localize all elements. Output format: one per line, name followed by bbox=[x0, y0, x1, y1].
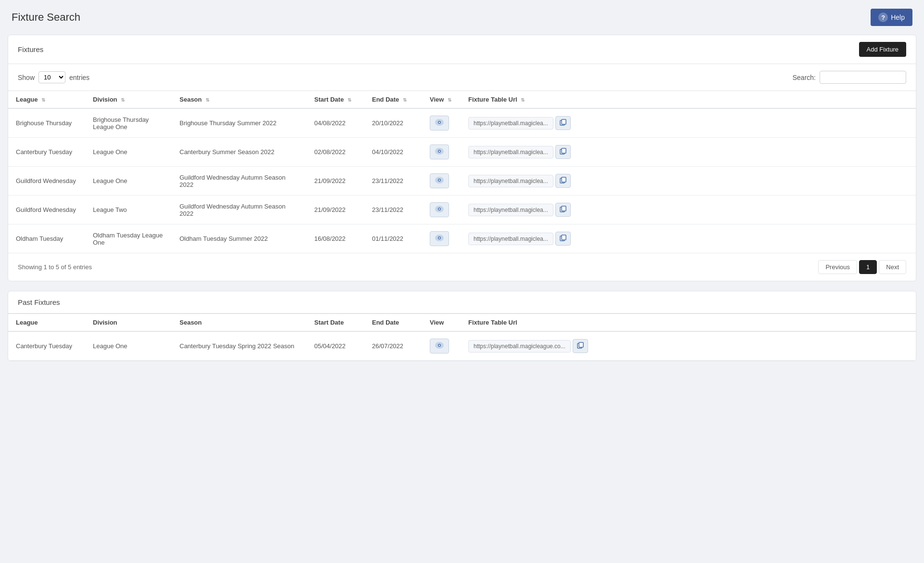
copy-button-4[interactable] bbox=[555, 232, 571, 246]
th-season[interactable]: Season ⇅ bbox=[172, 91, 307, 109]
sort-icon-end: ⇅ bbox=[403, 97, 407, 103]
cell-season-3: Guildford Wednesday Autumn Season 2022 bbox=[172, 196, 307, 224]
past-cell-end-0: 26/07/2022 bbox=[364, 331, 422, 361]
copy-button-0[interactable] bbox=[555, 116, 571, 130]
add-fixture-button[interactable]: Add Fixture bbox=[859, 42, 906, 57]
sort-icon-season: ⇅ bbox=[205, 97, 209, 103]
cell-view-1 bbox=[422, 138, 461, 167]
svg-rect-14 bbox=[562, 177, 566, 182]
sort-icon-view: ⇅ bbox=[448, 97, 451, 103]
cell-start-4: 16/08/2022 bbox=[307, 224, 364, 253]
question-icon: ? bbox=[878, 13, 888, 22]
page-title: Fixture Search bbox=[12, 11, 80, 24]
past-th-league: League bbox=[8, 314, 85, 332]
cell-end-1: 04/10/2022 bbox=[364, 138, 422, 167]
entries-info: Showing 1 to 5 of 5 entries bbox=[18, 263, 92, 271]
past-th-division: Division bbox=[85, 314, 172, 332]
next-button[interactable]: Next bbox=[879, 260, 906, 274]
fixtures-table-row: Guildford Wednesday League One Guildford… bbox=[8, 167, 916, 196]
past-th-start-date: Start Date bbox=[307, 314, 364, 332]
search-label: Search: bbox=[793, 74, 816, 81]
pagination: Previous 1 Next bbox=[818, 260, 906, 274]
past-copy-button-0[interactable] bbox=[573, 339, 588, 353]
past-cell-division-0: League One bbox=[85, 331, 172, 361]
past-th-view: View bbox=[422, 314, 461, 332]
copy-button-1[interactable] bbox=[555, 145, 571, 159]
cell-season-2: Guildford Wednesday Autumn Season 2022 bbox=[172, 167, 307, 196]
th-division[interactable]: Division ⇅ bbox=[85, 91, 172, 109]
past-fixtures-card: Past Fixtures League Division Season Sta… bbox=[8, 291, 916, 361]
th-url[interactable]: Fixture Table Url ⇅ bbox=[461, 91, 916, 109]
view-button-3[interactable] bbox=[430, 202, 449, 217]
past-fixtures-header-row: League Division Season Start Date End Da… bbox=[8, 314, 916, 332]
search-control: Search: bbox=[793, 71, 906, 84]
cell-league-3: Guildford Wednesday bbox=[8, 196, 85, 224]
past-cell-season-0: Canterbury Tuesday Spring 2022 Season bbox=[172, 331, 307, 361]
cell-league-4: Oldham Tuesday bbox=[8, 224, 85, 253]
cell-division-4: Oldham Tuesday League One bbox=[85, 224, 172, 253]
cell-season-0: Brighouse Thursday Summer 2022 bbox=[172, 108, 307, 138]
th-start-date[interactable]: Start Date ⇅ bbox=[307, 91, 364, 109]
cell-division-2: League One bbox=[85, 167, 172, 196]
svg-rect-4 bbox=[562, 119, 566, 124]
cell-start-2: 21/09/2022 bbox=[307, 167, 364, 196]
cell-league-2: Guildford Wednesday bbox=[8, 167, 85, 196]
page-1-button[interactable]: 1 bbox=[859, 260, 877, 274]
cell-url-2: https://playnetball.magiclea... bbox=[461, 167, 916, 196]
cell-start-3: 21/09/2022 bbox=[307, 196, 364, 224]
page-header: Fixture Search ? Help bbox=[0, 0, 924, 35]
cell-url-0: https://playnetball.magiclea... bbox=[461, 108, 916, 138]
cell-season-4: Oldham Tuesday Summer 2022 bbox=[172, 224, 307, 253]
cell-view-2 bbox=[422, 167, 461, 196]
help-label: Help bbox=[891, 13, 905, 21]
fixtures-table: League ⇅ Division ⇅ Season ⇅ Start Date … bbox=[8, 91, 916, 253]
table-controls: Show 10 25 50 100 entries Search: bbox=[8, 64, 916, 91]
url-text-4: https://playnetball.magiclea... bbox=[468, 233, 553, 245]
fixtures-card-title: Fixtures bbox=[18, 45, 43, 53]
fixtures-table-header-row: League ⇅ Division ⇅ Season ⇅ Start Date … bbox=[8, 91, 916, 109]
cell-view-3 bbox=[422, 196, 461, 224]
sort-icon-url: ⇅ bbox=[521, 97, 525, 103]
cell-end-3: 23/11/2022 bbox=[364, 196, 422, 224]
past-cell-view-0 bbox=[422, 331, 461, 361]
th-view[interactable]: View ⇅ bbox=[422, 91, 461, 109]
past-url-text-0: https://playnetball.magicleague.co... bbox=[468, 340, 571, 353]
view-button-4[interactable] bbox=[430, 231, 449, 246]
past-view-button-0[interactable] bbox=[430, 339, 449, 354]
cell-url-3: https://playnetball.magiclea... bbox=[461, 196, 916, 224]
view-button-1[interactable] bbox=[430, 144, 449, 159]
past-fixtures-table-row: Canterbury Tuesday League One Canterbury… bbox=[8, 331, 916, 361]
svg-point-12 bbox=[439, 180, 440, 181]
past-fixtures-table: League Division Season Start Date End Da… bbox=[8, 314, 916, 361]
cell-start-1: 02/08/2022 bbox=[307, 138, 364, 167]
cell-division-1: League One bbox=[85, 138, 172, 167]
cell-end-0: 20/10/2022 bbox=[364, 108, 422, 138]
fixtures-table-row: Brighouse Thursday Brighouse Thursday Le… bbox=[8, 108, 916, 138]
cell-view-4 bbox=[422, 224, 461, 253]
svg-rect-9 bbox=[562, 148, 566, 153]
past-fixtures-title: Past Fixtures bbox=[18, 298, 60, 306]
cell-league-0: Brighouse Thursday bbox=[8, 108, 85, 138]
past-th-url: Fixture Table Url bbox=[461, 314, 916, 332]
past-th-end-date: End Date bbox=[364, 314, 422, 332]
help-button[interactable]: ? Help bbox=[871, 9, 912, 26]
previous-button[interactable]: Previous bbox=[818, 260, 857, 274]
cell-url-4: https://playnetball.magiclea... bbox=[461, 224, 916, 253]
past-fixtures-card-header: Past Fixtures bbox=[8, 291, 916, 314]
th-end-date[interactable]: End Date ⇅ bbox=[364, 91, 422, 109]
url-text-0: https://playnetball.magiclea... bbox=[468, 117, 553, 130]
view-button-0[interactable] bbox=[430, 116, 449, 131]
copy-button-3[interactable] bbox=[555, 203, 571, 217]
past-cell-url-0: https://playnetball.magicleague.co... bbox=[461, 331, 916, 361]
search-input[interactable] bbox=[820, 71, 906, 84]
svg-point-27 bbox=[439, 345, 440, 346]
cell-division-3: League Two bbox=[85, 196, 172, 224]
view-button-2[interactable] bbox=[430, 173, 449, 188]
sort-icon-league: ⇅ bbox=[41, 97, 45, 103]
copy-button-2[interactable] bbox=[555, 174, 571, 188]
entries-select[interactable]: 10 25 50 100 bbox=[38, 71, 65, 83]
svg-rect-19 bbox=[562, 206, 566, 211]
fixtures-card-header: Fixtures Add Fixture bbox=[8, 35, 916, 64]
th-league[interactable]: League ⇅ bbox=[8, 91, 85, 109]
past-th-season: Season bbox=[172, 314, 307, 332]
